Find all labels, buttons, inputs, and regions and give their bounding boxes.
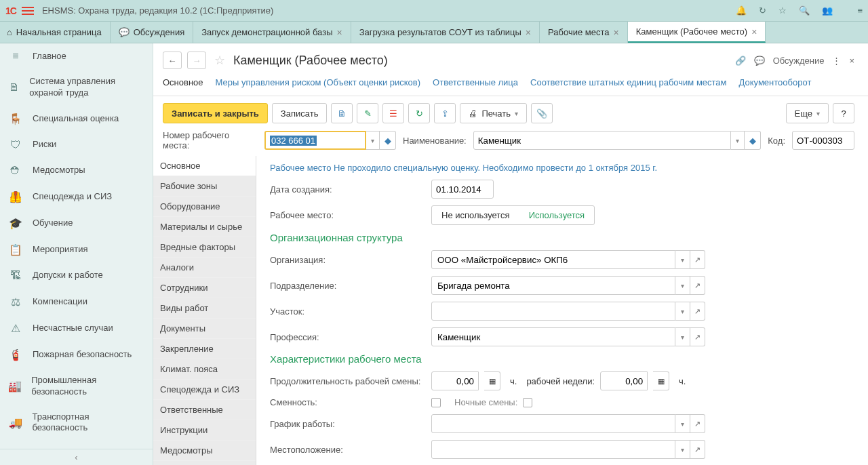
sidebar-transport[interactable]: 🚚Транспортная безопасность [0,405,153,441]
save-button[interactable]: Записать [272,103,328,123]
close-icon[interactable]: × [751,26,757,37]
ltab-hazards[interactable]: Вредные факторы [153,237,256,258]
tab-discuss[interactable]: 💬 Обсуждения [111,22,194,43]
refresh-button[interactable]: ↻ [408,103,430,123]
prof-open[interactable]: ↗ [690,327,705,346]
users-icon[interactable]: 👥 [822,5,833,16]
star-icon[interactable]: ☆ [778,5,787,16]
shifts-checkbox[interactable] [431,398,441,407]
subnav-responsible[interactable]: Ответственные лица [433,75,518,93]
name-input[interactable] [473,131,732,150]
subnav-staff[interactable]: Соответствие штатных единиц рабочим мест… [530,75,727,93]
sidebar-main[interactable]: ≡Главное [0,43,153,69]
menu-icon[interactable]: ≡ [857,5,863,16]
edit-button[interactable]: ✎ [357,103,378,123]
week-input[interactable] [600,371,648,390]
list-button[interactable]: ☰ [382,103,404,123]
discuss-icon[interactable]: 💬 [754,56,765,66]
print-button[interactable]: 🖨Печать▾ [460,103,527,123]
ltab-worktypes[interactable]: Виды работ [153,298,256,319]
code-input[interactable] [792,131,854,150]
ltab-climate[interactable]: Климат. пояса [153,359,256,380]
num-dropdown[interactable]: ▾ [366,131,380,150]
tab-sout[interactable]: Загрузка результатов СОУТ из таблицы× [351,22,540,43]
shift-calc[interactable]: ▦ [484,371,500,390]
org-open[interactable]: ↗ [690,250,705,269]
sidebar-events[interactable]: 📋Мероприятия [0,237,153,263]
prof-dd[interactable]: ▾ [675,327,690,346]
ltab-docs[interactable]: Документы [153,319,256,339]
area-open[interactable]: ↗ [690,302,705,321]
tab-workplaces[interactable]: Рабочие места× [540,22,628,43]
tab-demo[interactable]: Запуск демонстрационной базы× [193,22,351,43]
area-input[interactable] [431,302,675,321]
back-button[interactable]: ← [163,52,182,69]
schedule-dd[interactable]: ▾ [675,414,690,433]
workplace-number-input[interactable]: 032 666 01 [264,131,366,150]
kebab-icon[interactable]: ⋮ [832,56,841,66]
area-dd[interactable]: ▾ [675,302,690,321]
ltab-assign[interactable]: Закрепление [153,339,256,359]
subnav-docflow[interactable]: Документооборот [739,75,812,93]
ltab-zones[interactable]: Рабочие зоны [153,176,256,197]
sidebar-safety-mgmt[interactable]: 🗎Система управления охраной труда [0,69,153,106]
week-calc[interactable]: ▦ [653,371,669,390]
more-button[interactable]: Еще▾ [786,103,829,123]
workplace-toggle[interactable]: Не используется Используется [431,205,595,225]
bell-icon[interactable]: 🔔 [736,5,747,16]
history-icon[interactable]: ↻ [759,5,766,16]
doc-button[interactable]: 🗎 [331,103,353,123]
location-dd[interactable]: ▾ [675,440,690,459]
toggle-used[interactable]: Используется [519,206,595,224]
sidebar-collapse[interactable]: ‹ [0,449,153,465]
export-button[interactable]: ⇪ [434,103,456,123]
sidebar-ppe[interactable]: 🦺Спецодежда и СИЗ [0,184,153,210]
close-page-icon[interactable]: × [849,56,854,66]
close-icon[interactable]: × [337,27,342,38]
attach-button[interactable]: 📎 [531,103,553,123]
search-icon[interactable]: 🔍 [799,5,810,16]
location-input[interactable] [431,440,675,459]
night-checkbox[interactable] [523,398,532,407]
ltab-analogs[interactable]: Аналоги [153,258,256,278]
date-input[interactable] [431,180,494,199]
close-icon[interactable]: × [526,27,531,38]
sidebar-fire[interactable]: 🧯Пожарная безопасность [0,342,153,368]
sidebar-industrial[interactable]: 🏭Промышленная безопасность [0,368,153,405]
subnav-risk[interactable]: Меры управления риском (Объект оценки ри… [216,75,421,93]
schedule-input[interactable] [431,414,675,433]
prof-input[interactable] [431,327,675,346]
burger-icon[interactable] [22,5,34,17]
save-close-button[interactable]: Записать и закрыть [163,103,268,123]
sidebar-med[interactable]: ⛑Медосмотры [0,158,153,184]
ltab-ppe[interactable]: Спецодежда и СИЗ [153,380,256,400]
link-icon[interactable]: 🔗 [735,56,746,66]
ltab-instructions[interactable]: Инструкции [153,420,256,441]
tab-home[interactable]: ⌂ Начальная страница [0,22,111,43]
num-apply[interactable]: ◆ [380,131,396,150]
close-icon[interactable]: × [614,27,619,38]
org-dd[interactable]: ▾ [675,250,690,269]
ltab-materials[interactable]: Материалы и сырье [153,217,256,237]
name-dropdown[interactable]: ▾ [731,131,745,150]
favorite-star-icon[interactable]: ☆ [214,53,225,68]
sidebar-training[interactable]: 🎓Обучение [0,210,153,237]
ltab-main[interactable]: Основное [153,156,256,176]
discuss-label[interactable]: Обсуждение [773,56,825,66]
ltab-responsible[interactable]: Ответственные [153,400,256,420]
sidebar-compensation[interactable]: ⚖Компенсации [0,289,153,315]
ltab-employees[interactable]: Сотрудники [153,278,256,298]
toggle-not-used[interactable]: Не используется [432,206,519,224]
sidebar-permits[interactable]: 🏗Допуски к работе [0,263,153,289]
ltab-equip[interactable]: Оборудование [153,197,256,217]
dept-input[interactable] [431,276,675,295]
dept-open[interactable]: ↗ [690,276,705,295]
location-open[interactable]: ↗ [690,440,705,459]
forward-button[interactable]: → [187,52,206,69]
shift-dur-input[interactable] [431,371,479,390]
schedule-open[interactable]: ↗ [690,414,705,433]
dept-dd[interactable]: ▾ [675,276,690,295]
ltab-med[interactable]: Медосмотры [153,441,256,461]
sidebar-special-assessment[interactable]: 🪑Специальная оценка [0,106,153,132]
subnav-main[interactable]: Основное [163,75,203,93]
